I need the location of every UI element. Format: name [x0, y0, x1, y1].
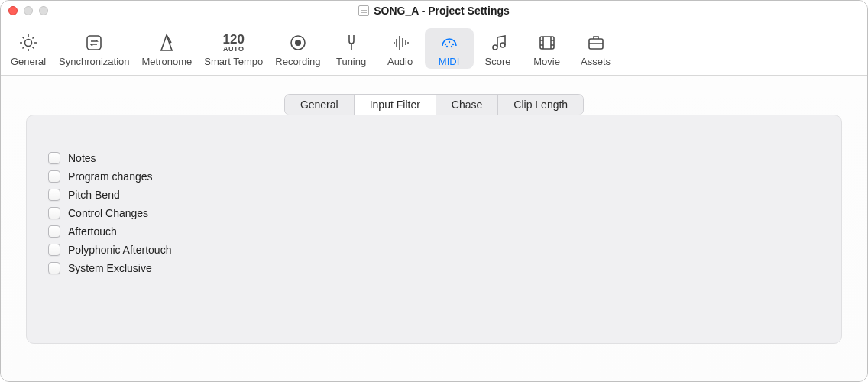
svg-point-0 [25, 40, 32, 47]
window-title: SONG_A - Project Settings [374, 5, 510, 17]
tuning-fork-icon [341, 32, 362, 53]
tab-label: General [11, 56, 46, 67]
svg-point-8 [450, 46, 452, 47]
checkbox-label: Pitch Bend [68, 189, 120, 201]
tab-recording[interactable]: Recording [269, 28, 326, 69]
tab-audio[interactable]: Audio [376, 28, 425, 69]
sync-icon [83, 32, 105, 53]
briefcase-icon [585, 32, 607, 53]
checkbox-sysex[interactable] [48, 262, 60, 274]
check-row-program-changes: Program changes [48, 167, 820, 186]
settings-panel: Notes Program changes Pitch Bend Control… [26, 115, 842, 344]
maximize-window-button[interactable] [39, 6, 48, 15]
main-toolbar: General Synchronization Metronome 120 AU… [1, 21, 867, 76]
metronome-icon [156, 32, 177, 53]
checkbox-program-changes[interactable] [48, 170, 60, 183]
checkbox-poly-aftertouch[interactable] [48, 244, 60, 256]
subtab-input-filter[interactable]: Input Filter [355, 95, 436, 115]
svg-rect-11 [540, 37, 554, 49]
score-icon [487, 32, 509, 53]
tab-label: Score [485, 56, 511, 67]
smart-tempo-icon: 120 AUTO [223, 31, 245, 54]
tempo-mode: AUTO [223, 46, 245, 52]
tab-label: Metronome [142, 56, 193, 67]
checkbox-label: Notes [68, 152, 96, 164]
svg-point-7 [445, 46, 447, 47]
check-row-notes: Notes [48, 149, 820, 167]
subtab-label: Input Filter [370, 99, 420, 111]
film-icon [536, 32, 558, 53]
settings-window: SONG_A - Project Settings General Synchr… [0, 0, 868, 382]
subtab-general[interactable]: General [285, 95, 355, 115]
check-row-control-changes: Control Changes [48, 204, 820, 222]
record-icon [287, 32, 309, 53]
checkbox-control-changes[interactable] [48, 207, 60, 219]
titlebar: SONG_A - Project Settings [1, 1, 867, 21]
checkbox-label: Aftertouch [68, 225, 117, 238]
svg-point-6 [452, 44, 453, 45]
checkbox-label: Control Changes [68, 207, 148, 219]
tab-assets[interactable]: Assets [572, 28, 620, 69]
tab-label: Recording [275, 56, 320, 67]
subtab-label: General [300, 99, 338, 111]
subtab-label: Clip Length [513, 99, 568, 111]
document-icon [358, 5, 369, 16]
checkbox-notes[interactable] [48, 152, 60, 164]
tab-label: Movie [533, 56, 560, 67]
tab-synchronization[interactable]: Synchronization [53, 28, 136, 69]
tab-tuning[interactable]: Tuning [327, 28, 376, 69]
svg-point-4 [444, 44, 445, 45]
svg-point-3 [295, 40, 301, 46]
tab-label: MIDI [439, 56, 459, 67]
tab-metronome[interactable]: Metronome [136, 28, 199, 69]
check-row-aftertouch: Aftertouch [48, 222, 820, 241]
midi-icon [439, 32, 460, 53]
minimize-window-button[interactable] [24, 6, 33, 15]
check-row-sysex: System Exclusive [48, 259, 820, 277]
content-area: General Input Filter Chase Clip Length N… [1, 76, 867, 381]
check-row-poly-aftertouch: Polyphonic Aftertouch [48, 241, 820, 259]
svg-point-9 [493, 45, 497, 50]
tab-label: Audio [387, 56, 413, 67]
tab-label: Synchronization [59, 56, 130, 67]
svg-point-10 [500, 43, 505, 47]
tab-midi[interactable]: MIDI [425, 28, 474, 69]
check-row-pitch-bend: Pitch Bend [48, 186, 820, 204]
svg-point-5 [448, 41, 449, 43]
checkbox-label: System Exclusive [68, 262, 152, 274]
tab-label: Smart Tempo [204, 56, 263, 67]
checkbox-pitch-bend[interactable] [48, 189, 60, 201]
subtab-bar: General Input Filter Chase Clip Length [284, 94, 584, 115]
tab-label: Tuning [336, 56, 366, 67]
close-window-button[interactable] [8, 6, 18, 15]
tempo-value: 120 [223, 34, 245, 45]
svg-rect-1 [87, 36, 101, 50]
subtab-chase[interactable]: Chase [436, 95, 498, 115]
tab-smart-tempo[interactable]: 120 AUTO Smart Tempo [198, 28, 269, 69]
checkbox-aftertouch[interactable] [48, 225, 60, 238]
subtab-clip-length[interactable]: Clip Length [498, 95, 583, 115]
tab-score[interactable]: Score [474, 28, 523, 69]
tab-general[interactable]: General [4, 28, 53, 69]
traffic-lights [8, 6, 48, 15]
subtab-label: Chase [452, 99, 482, 111]
gear-icon [18, 32, 39, 53]
tab-label: Assets [581, 56, 611, 67]
tab-movie[interactable]: Movie [523, 28, 572, 69]
checkbox-label: Program changes [68, 170, 153, 183]
checkbox-label: Polyphonic Aftertouch [68, 244, 171, 256]
waveform-icon [390, 32, 411, 53]
